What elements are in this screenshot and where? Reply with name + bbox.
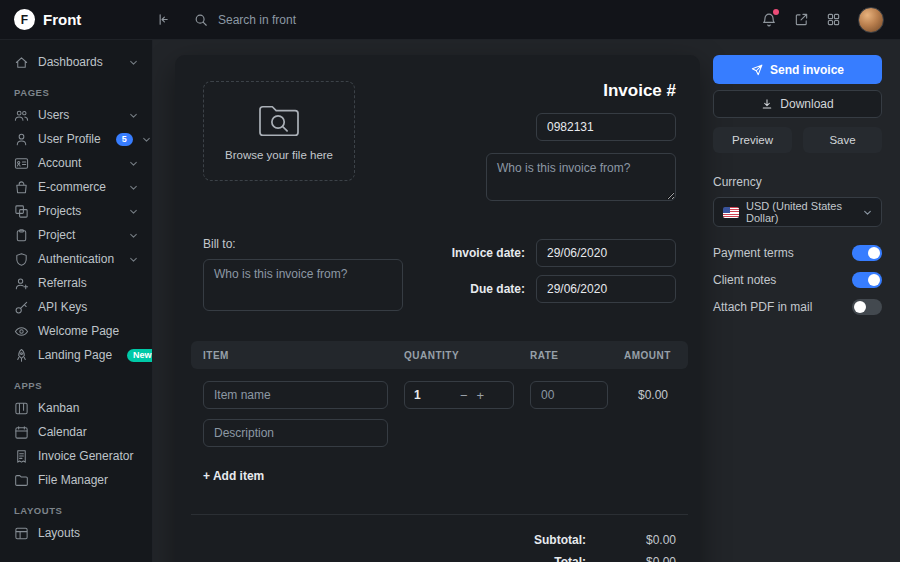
preview-button[interactable]: Preview (713, 127, 792, 153)
chevron-down-icon (142, 135, 151, 144)
bill-to-block: Bill to: (203, 237, 403, 315)
client-notes-toggle[interactable] (852, 272, 882, 288)
attach-pdf-toggle[interactable] (852, 299, 882, 315)
payment-terms-row: Payment terms (713, 245, 882, 261)
chevron-down-icon (129, 207, 138, 216)
us-flag-icon (723, 207, 739, 218)
upload-hint-text: Browse your file here (225, 149, 333, 161)
payment-terms-label: Payment terms (713, 246, 794, 260)
save-button[interactable]: Save (803, 127, 882, 153)
layout-icon (14, 526, 29, 541)
sidebar: Dashboards PAGES Users User Profile 5 Ac… (0, 40, 153, 562)
sidebar-item-label: Calendar (38, 425, 87, 439)
attach-pdf-row: Attach PDF in mail (713, 299, 882, 315)
currency-label: Currency (713, 175, 882, 189)
user-icon (14, 132, 29, 147)
send-invoice-label: Send invoice (770, 63, 844, 77)
sidebar-item-calendar[interactable]: Calendar (0, 420, 152, 444)
calendar-icon (14, 425, 29, 440)
rate-input[interactable] (530, 381, 608, 409)
sidebar-item-referrals[interactable]: Referrals (0, 271, 152, 295)
sidebar-item-label: User Profile (38, 132, 101, 146)
search-input[interactable] (218, 13, 408, 27)
notification-dot (773, 9, 779, 15)
bill-to-textarea[interactable] (203, 259, 403, 311)
sidebar-collapse-button[interactable] (155, 12, 170, 27)
logo-upload-dropzone[interactable]: Browse your file here (203, 81, 355, 181)
sidebar-item-account[interactable]: Account (0, 151, 152, 175)
sidebar-section-apps: APPS (0, 367, 152, 396)
folder-icon (14, 473, 29, 488)
sidebar-item-label: Dashboards (38, 55, 103, 69)
sidebar-item-dashboards[interactable]: Dashboards (0, 50, 152, 74)
notifications-button[interactable] (761, 12, 777, 28)
sidebar-item-label: Project (38, 228, 75, 242)
quantity-decrease-button[interactable]: − (459, 389, 469, 402)
invoice-date-input[interactable] (536, 239, 676, 267)
send-invoice-button[interactable]: Send invoice (713, 55, 882, 84)
sidebar-item-projects[interactable]: Projects (0, 199, 152, 223)
item-row: − + $0.00 (203, 381, 676, 409)
sidebar-item-api-keys[interactable]: API Keys (0, 295, 152, 319)
topbar-actions (761, 7, 900, 33)
user-avatar[interactable] (858, 7, 884, 33)
share-button[interactable] (794, 12, 809, 27)
bill-to-label: Bill to: (203, 237, 403, 251)
new-badge: New (127, 349, 153, 362)
sidebar-item-kanban[interactable]: Kanban (0, 396, 152, 420)
sidebar-item-landing-page[interactable]: Landing Page New (0, 343, 152, 367)
house-icon (14, 55, 29, 70)
topbar: F Front (0, 0, 900, 40)
attach-pdf-label: Attach PDF in mail (713, 300, 812, 314)
invoice-number-input[interactable] (536, 113, 676, 141)
shield-icon (14, 252, 29, 267)
column-header-quantity: QUANTITY (404, 350, 514, 361)
column-header-rate: RATE (530, 350, 608, 361)
amount-value: $0.00 (624, 388, 676, 402)
options-toggles: Payment terms Client notes Attach PDF in… (713, 245, 882, 315)
items-table-header: ITEM QUANTITY RATE AMOUNT (191, 341, 688, 369)
currency-select[interactable]: USD (United States Dollar) (713, 197, 882, 227)
sidebar-item-label: API Keys (38, 300, 87, 314)
due-date-input[interactable] (536, 275, 676, 303)
sidebar-item-project[interactable]: Project (0, 223, 152, 247)
chevron-down-icon (129, 58, 138, 67)
app: F Front (0, 0, 900, 562)
sidebar-item-ecommerce[interactable]: E-commerce (0, 175, 152, 199)
sidebar-item-label: Referrals (38, 276, 87, 290)
sidebar-item-authentication[interactable]: Authentication (0, 247, 152, 271)
user-plus-icon (14, 276, 29, 291)
due-date-label: Due date: (470, 282, 525, 296)
receipt-icon (14, 449, 29, 464)
search-icon (194, 13, 208, 27)
payment-terms-toggle[interactable] (852, 245, 882, 261)
users-icon (14, 108, 29, 123)
currency-value: USD (United States Dollar) (746, 200, 856, 224)
totals-divider (191, 514, 688, 515)
item-description-input[interactable] (203, 419, 388, 447)
grid-icon (826, 12, 841, 27)
quantity-input[interactable] (414, 388, 452, 402)
sidebar-item-label: Kanban (38, 401, 79, 415)
box-arrow-up-icon (794, 12, 809, 27)
item-name-input[interactable] (203, 381, 388, 409)
sidebar-item-invoice-generator[interactable]: Invoice Generator (0, 444, 152, 468)
sidebar-item-file-manager[interactable]: File Manager (0, 468, 152, 492)
download-label: Download (780, 97, 833, 111)
kanban-icon (14, 401, 29, 416)
sidebar-item-welcome-page[interactable]: Welcome Page (0, 319, 152, 343)
add-item-button[interactable]: + Add item (203, 469, 264, 483)
quantity-increase-button[interactable]: + (476, 389, 486, 402)
sidebar-item-users[interactable]: Users (0, 103, 152, 127)
stack-icon (14, 204, 29, 219)
sidebar-item-label: Projects (38, 204, 81, 218)
apps-grid-button[interactable] (826, 12, 841, 27)
subtotal-value: $0.00 (586, 533, 676, 547)
sidebar-item-layouts[interactable]: Layouts (0, 521, 152, 545)
sidebar-item-user-profile[interactable]: User Profile 5 (0, 127, 152, 151)
download-icon (761, 98, 773, 110)
invoice-from-textarea[interactable] (486, 153, 676, 201)
brand[interactable]: F Front (0, 9, 153, 30)
sidebar-item-label: E-commerce (38, 180, 106, 194)
download-button[interactable]: Download (713, 90, 882, 118)
